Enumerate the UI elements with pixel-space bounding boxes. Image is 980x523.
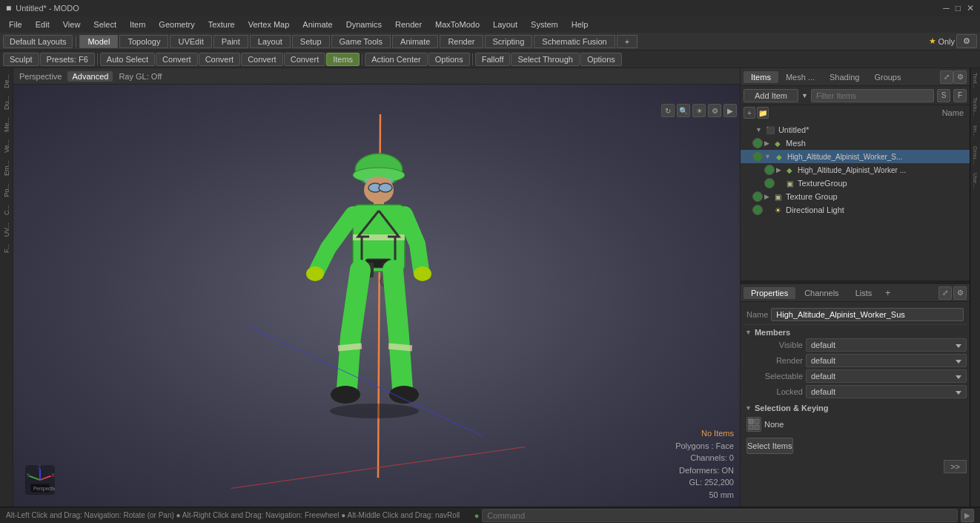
command-run-btn[interactable]: ▶ [961,509,974,522]
menu-geometry[interactable]: Geometry [153,19,200,30]
tab-mesh[interactable]: Mesh ... [778,71,822,83]
tab-lists[interactable]: Lists [848,287,880,299]
tree-item-light[interactable]: ▶ ☀ Directional Light [741,203,970,217]
panel-expand-btn[interactable]: ⤢ [940,70,953,84]
menu-render[interactable]: Render [389,19,428,30]
left-tab-vert[interactable]: Ve... [1,136,12,156]
menu-system[interactable]: System [525,19,564,30]
viewport-canvas[interactable]: ↻ 🔍 ☀ ⚙ ▶ [13,85,740,507]
presets-btn[interactable]: Presets: F6 [40,53,95,66]
camera-perspective[interactable]: Perspective [19,72,62,81]
tab-paint[interactable]: Paint [213,35,248,48]
panel-settings-btn[interactable]: ⚙ [953,70,967,84]
filter-icon2[interactable]: F [953,89,967,102]
menu-file[interactable]: File [3,19,28,30]
tab-items[interactable]: Items [744,71,778,83]
menu-maxtomodo[interactable]: MaxToModo [429,19,486,30]
tree-action-add[interactable]: + [744,107,755,119]
left-tab-f[interactable]: F... [1,241,12,256]
titlebar-controls[interactable]: ─ □ ✕ [943,3,974,13]
left-tab-uv[interactable]: UV... [1,220,12,240]
menu-animate[interactable]: Animate [297,19,338,30]
convert-btn2[interactable]: Convert [199,53,241,66]
add-tab-btn[interactable]: + [881,286,895,300]
expand-props-btn[interactable]: >> [944,460,967,473]
tab-schematic[interactable]: Schematic Fusion [534,35,615,48]
selectable-dropdown[interactable]: default [806,369,967,383]
viewport-icon4[interactable]: ⚙ [708,104,721,117]
tab-topology[interactable]: Topology [119,35,168,48]
falloff-btn[interactable]: Falloff [475,53,511,66]
vis-highalt[interactable] [752,151,763,162]
tab-uvedit[interactable]: UVEdit [170,35,211,48]
viewport-icon1[interactable]: ↻ [661,104,675,117]
menu-help[interactable]: Help [566,19,595,30]
vis-texgroup[interactable] [764,178,775,188]
sculpt-btn[interactable]: Sculpt [3,53,39,66]
menu-edit[interactable]: Edit [30,19,56,30]
left-tab-em[interactable]: Em... [1,157,12,179]
tree-action-folder[interactable]: 📁 [757,107,769,119]
tab-model[interactable]: Model [79,35,118,48]
default-layouts-btn[interactable]: Default Layouts [3,35,73,48]
items-btn[interactable]: Items [326,53,360,66]
menu-layout[interactable]: Layout [487,19,523,30]
vis-light[interactable] [752,205,763,215]
tab-layout[interactable]: Layout [250,35,291,48]
tab-channels[interactable]: Channels [797,287,846,299]
props-expand-btn[interactable]: ⤢ [938,286,952,300]
add-item-dropdown-arrow[interactable]: ▼ [801,92,808,99]
tree-item-highalt-sub[interactable]: ▶ ◆ High_Altitude_Alpinist_Worker ... [741,163,970,177]
menu-select[interactable]: Select [87,19,122,30]
left-tab-deform[interactable]: De... [1,71,12,91]
mini-tab-use[interactable]: Use... [970,168,980,193]
add-item-button[interactable]: Add Item [744,89,798,102]
tab-scripting[interactable]: Scripting [485,35,533,48]
tab-plus[interactable]: + [617,35,638,48]
left-tab-c[interactable]: C... [1,202,12,218]
mini-tab-texture[interactable]: Textu... [970,93,980,121]
props-settings-btn[interactable]: ⚙ [953,286,967,300]
tree-item-mesh[interactable]: ▶ ◆ Mesh [741,136,970,150]
options2-btn[interactable]: Options [580,53,622,66]
left-tab-dup[interactable]: Du... [1,93,12,113]
viewport-icon5[interactable]: ▶ [724,104,737,117]
menu-vertexmap[interactable]: Vertex Map [242,19,296,30]
render-dropdown[interactable]: default [806,354,967,367]
convert-btn4[interactable]: Convert [284,53,326,66]
tab-animate[interactable]: Animate [392,35,438,48]
visible-dropdown[interactable]: default [806,338,967,352]
select-items-button[interactable]: Select Items [746,438,793,454]
convert-btn3[interactable]: Convert [241,53,283,66]
action-center-btn[interactable]: Action Center [365,53,428,66]
viewport-icon2[interactable]: 🔍 [677,104,690,117]
tab-shading[interactable]: Shading [822,71,867,83]
viewport-icon3[interactable]: ☀ [692,104,706,117]
locked-dropdown[interactable]: default [806,385,967,398]
mini-tab-im[interactable]: Im... [970,121,980,142]
menu-dynamics[interactable]: Dynamics [340,19,388,30]
tab-render[interactable]: Render [440,35,483,48]
autoselect-btn[interactable]: Auto Select [100,53,155,66]
viewport[interactable]: Perspective Advanced Ray GL: Off ↻ 🔍 ☀ ⚙… [13,68,740,507]
menu-item[interactable]: Item [124,19,151,30]
left-tab-poly[interactable]: Po... [1,180,12,200]
filter-items-input[interactable] [811,89,934,102]
shading-advanced[interactable]: Advanced [67,71,113,82]
mini-tab-text[interactable]: Text... [970,68,980,93]
tab-gametools[interactable]: Game Tools [331,35,391,48]
left-tab-mesh[interactable]: Me... [1,114,12,135]
tree-item-untitled[interactable]: ▼ ⬛ Untitled* [741,123,970,136]
tab-properties[interactable]: Properties [744,287,795,299]
maximize-btn[interactable]: □ [956,3,961,13]
tab-groups[interactable]: Groups [867,71,908,83]
command-input[interactable] [482,509,958,522]
name-input[interactable] [771,308,964,321]
tree-item-texgroup[interactable]: ▶ ▣ TextureGroup [741,177,970,190]
tree-item-highalt[interactable]: ▼ ◆ High_Altitude_Alpinist_Worker_S... [741,150,970,163]
menu-view[interactable]: View [57,19,87,30]
filter-icon[interactable]: S [937,89,950,102]
gear-btn[interactable]: ⚙ [956,34,977,48]
tree-item-texgroup2[interactable]: ▶ ▣ Texture Group [741,190,970,203]
minimize-btn[interactable]: ─ [943,3,950,13]
